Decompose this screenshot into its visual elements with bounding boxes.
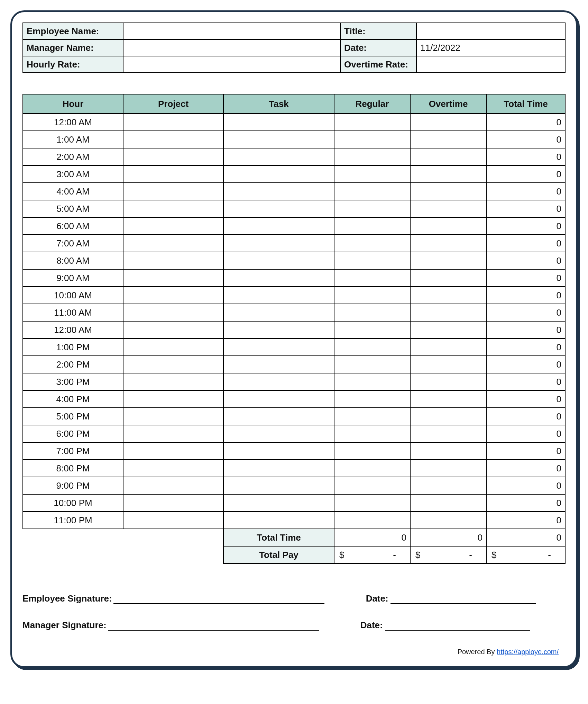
regular-cell[interactable] bbox=[334, 217, 410, 235]
task-cell[interactable] bbox=[223, 442, 334, 460]
task-cell[interactable] bbox=[223, 477, 334, 494]
project-cell[interactable] bbox=[123, 321, 223, 339]
overtime-cell[interactable] bbox=[410, 356, 486, 373]
overtime-cell[interactable] bbox=[410, 200, 486, 217]
task-cell[interactable] bbox=[223, 183, 334, 200]
project-cell[interactable] bbox=[123, 252, 223, 269]
project-cell[interactable] bbox=[123, 287, 223, 304]
task-cell[interactable] bbox=[223, 408, 334, 425]
project-cell[interactable] bbox=[123, 148, 223, 165]
overtime-cell[interactable] bbox=[410, 373, 486, 390]
project-cell[interactable] bbox=[123, 442, 223, 460]
project-cell[interactable] bbox=[123, 131, 223, 148]
task-cell[interactable] bbox=[223, 321, 334, 339]
overtime-cell[interactable] bbox=[410, 217, 486, 235]
task-cell[interactable] bbox=[223, 494, 334, 512]
overtime-rate-value[interactable] bbox=[416, 56, 565, 73]
task-cell[interactable] bbox=[223, 512, 334, 529]
regular-cell[interactable] bbox=[334, 183, 410, 200]
regular-cell[interactable] bbox=[334, 494, 410, 512]
regular-cell[interactable] bbox=[334, 304, 410, 321]
manager-signature-line[interactable] bbox=[108, 620, 319, 631]
manager-date-line[interactable] bbox=[385, 620, 530, 631]
task-cell[interactable] bbox=[223, 269, 334, 287]
task-cell[interactable] bbox=[223, 235, 334, 252]
regular-cell[interactable] bbox=[334, 356, 410, 373]
task-cell[interactable] bbox=[223, 287, 334, 304]
overtime-cell[interactable] bbox=[410, 477, 486, 494]
overtime-cell[interactable] bbox=[410, 287, 486, 304]
regular-cell[interactable] bbox=[334, 235, 410, 252]
task-cell[interactable] bbox=[223, 339, 334, 356]
regular-cell[interactable] bbox=[334, 269, 410, 287]
project-cell[interactable] bbox=[123, 339, 223, 356]
regular-cell[interactable] bbox=[334, 477, 410, 494]
regular-cell[interactable] bbox=[334, 339, 410, 356]
overtime-cell[interactable] bbox=[410, 494, 486, 512]
project-cell[interactable] bbox=[123, 269, 223, 287]
overtime-cell[interactable] bbox=[410, 408, 486, 425]
overtime-cell[interactable] bbox=[410, 183, 486, 200]
manager-name-value[interactable] bbox=[123, 39, 340, 56]
task-cell[interactable] bbox=[223, 373, 334, 390]
task-cell[interactable] bbox=[223, 114, 334, 131]
overtime-cell[interactable] bbox=[410, 460, 486, 477]
regular-cell[interactable] bbox=[334, 148, 410, 165]
task-cell[interactable] bbox=[223, 425, 334, 442]
task-cell[interactable] bbox=[223, 200, 334, 217]
hourly-rate-value[interactable] bbox=[123, 56, 340, 73]
project-cell[interactable] bbox=[123, 217, 223, 235]
overtime-cell[interactable] bbox=[410, 339, 486, 356]
task-cell[interactable] bbox=[223, 304, 334, 321]
date-value[interactable]: 11/2/2022 bbox=[416, 39, 565, 56]
project-cell[interactable] bbox=[123, 425, 223, 442]
powered-by-link[interactable]: https://apploye.com/ bbox=[497, 648, 559, 656]
task-cell[interactable] bbox=[223, 217, 334, 235]
project-cell[interactable] bbox=[123, 183, 223, 200]
regular-cell[interactable] bbox=[334, 408, 410, 425]
task-cell[interactable] bbox=[223, 356, 334, 373]
project-cell[interactable] bbox=[123, 390, 223, 408]
project-cell[interactable] bbox=[123, 408, 223, 425]
regular-cell[interactable] bbox=[334, 390, 410, 408]
project-cell[interactable] bbox=[123, 512, 223, 529]
regular-cell[interactable] bbox=[334, 200, 410, 217]
regular-cell[interactable] bbox=[334, 425, 410, 442]
overtime-cell[interactable] bbox=[410, 165, 486, 183]
overtime-cell[interactable] bbox=[410, 269, 486, 287]
project-cell[interactable] bbox=[123, 304, 223, 321]
employee-date-line[interactable] bbox=[391, 594, 536, 604]
project-cell[interactable] bbox=[123, 494, 223, 512]
regular-cell[interactable] bbox=[334, 287, 410, 304]
regular-cell[interactable] bbox=[334, 373, 410, 390]
project-cell[interactable] bbox=[123, 460, 223, 477]
overtime-cell[interactable] bbox=[410, 148, 486, 165]
regular-cell[interactable] bbox=[334, 252, 410, 269]
task-cell[interactable] bbox=[223, 165, 334, 183]
overtime-cell[interactable] bbox=[410, 114, 486, 131]
employee-name-value[interactable] bbox=[123, 23, 340, 39]
task-cell[interactable] bbox=[223, 460, 334, 477]
regular-cell[interactable] bbox=[334, 460, 410, 477]
overtime-cell[interactable] bbox=[410, 131, 486, 148]
project-cell[interactable] bbox=[123, 235, 223, 252]
regular-cell[interactable] bbox=[334, 512, 410, 529]
overtime-cell[interactable] bbox=[410, 425, 486, 442]
overtime-cell[interactable] bbox=[410, 442, 486, 460]
project-cell[interactable] bbox=[123, 356, 223, 373]
project-cell[interactable] bbox=[123, 477, 223, 494]
regular-cell[interactable] bbox=[334, 131, 410, 148]
project-cell[interactable] bbox=[123, 200, 223, 217]
overtime-cell[interactable] bbox=[410, 252, 486, 269]
task-cell[interactable] bbox=[223, 252, 334, 269]
project-cell[interactable] bbox=[123, 114, 223, 131]
overtime-cell[interactable] bbox=[410, 512, 486, 529]
overtime-cell[interactable] bbox=[410, 235, 486, 252]
task-cell[interactable] bbox=[223, 390, 334, 408]
task-cell[interactable] bbox=[223, 131, 334, 148]
regular-cell[interactable] bbox=[334, 442, 410, 460]
employee-signature-line[interactable] bbox=[113, 594, 324, 604]
regular-cell[interactable] bbox=[334, 114, 410, 131]
regular-cell[interactable] bbox=[334, 321, 410, 339]
regular-cell[interactable] bbox=[334, 165, 410, 183]
